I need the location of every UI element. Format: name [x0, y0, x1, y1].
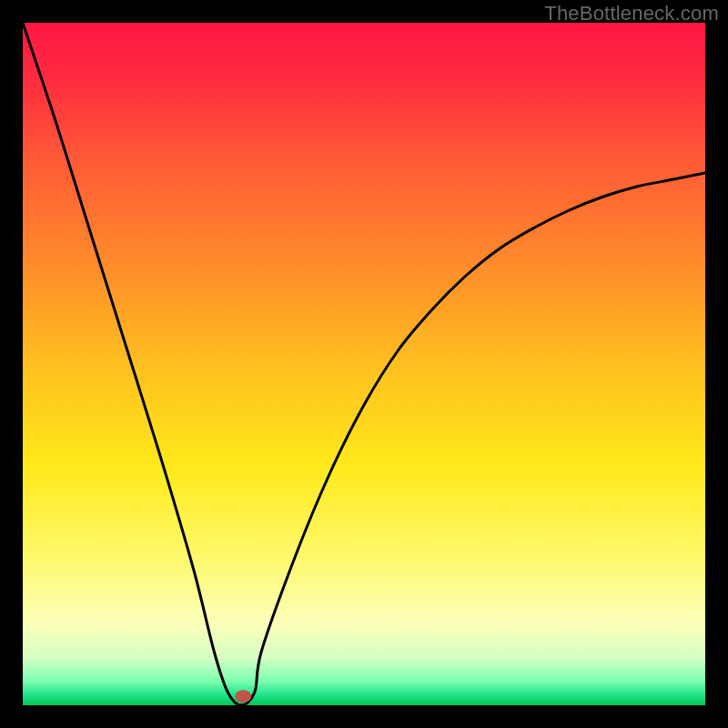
chart-background: [23, 23, 705, 705]
chart-svg: [23, 23, 705, 705]
marker-dot: [235, 690, 251, 703]
chart-frame: TheBottleneck.com: [0, 0, 728, 728]
watermark-text: TheBottleneck.com: [544, 2, 719, 25]
chart-plot-area: [23, 23, 705, 705]
